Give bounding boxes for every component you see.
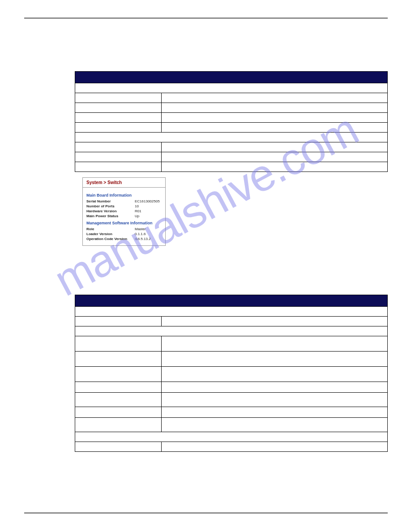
table-row	[75, 93, 388, 103]
info-value: Up	[135, 214, 139, 218]
table-row	[75, 407, 388, 418]
section-mgmt-software: Management Software Information	[86, 221, 162, 225]
table-header	[75, 295, 388, 307]
table-row	[75, 432, 388, 442]
section-main-board: Main Board Information	[86, 193, 162, 197]
table-row	[75, 393, 388, 407]
info-label: Role	[86, 227, 135, 231]
info-row: Loader Version 0.1.1.6	[86, 232, 162, 236]
table-header	[75, 72, 388, 83]
table-row	[75, 103, 388, 113]
info-label: Hardware Version	[86, 209, 135, 213]
info-row: Role Master	[86, 227, 162, 231]
info-value: 10	[135, 204, 139, 208]
figure-breadcrumb: System > Switch	[83, 178, 165, 188]
table-row	[75, 142, 388, 152]
table-row	[75, 326, 388, 336]
table-row	[75, 162, 388, 172]
table-row	[75, 418, 388, 432]
info-row: Main Power Status Up	[86, 214, 162, 218]
table-row	[75, 133, 388, 142]
info-row: Serial Number EC1613002505	[86, 199, 162, 203]
info-label: Number of Ports	[86, 204, 135, 208]
table-row	[75, 352, 388, 367]
info-value: 0.1.1.6	[135, 232, 146, 236]
table-hardware-version	[75, 295, 388, 452]
table-row	[75, 317, 388, 326]
info-label: Loader Version	[86, 232, 135, 236]
bottom-rule	[24, 512, 388, 514]
info-row: Operation Code Version I16.5.13.2	[86, 237, 162, 241]
table-row	[75, 382, 388, 393]
info-value: EC1613002505	[135, 199, 160, 203]
table-row	[75, 152, 388, 162]
info-row: Number of Ports 10	[86, 204, 162, 208]
table-row	[75, 336, 388, 352]
table-row	[75, 113, 388, 123]
table-row	[75, 442, 388, 452]
info-value: Master	[135, 227, 146, 231]
table-row	[75, 367, 388, 382]
table-row	[75, 83, 388, 93]
figure-body: Main Board Information Serial Number EC1…	[83, 188, 165, 245]
info-row: Hardware Version R01	[86, 209, 162, 213]
table-row	[75, 123, 388, 133]
top-rule	[24, 17, 388, 19]
info-value: R01	[135, 209, 141, 213]
info-label: Main Power Status	[86, 214, 135, 218]
table-row	[75, 307, 388, 317]
table-switch-info	[75, 71, 388, 172]
info-label: Operation Code Version	[86, 237, 135, 241]
figure-switch-panel: System > Switch Main Board Information S…	[82, 177, 166, 246]
info-value: I16.5.13.2	[135, 237, 151, 241]
info-label: Serial Number	[86, 199, 135, 203]
